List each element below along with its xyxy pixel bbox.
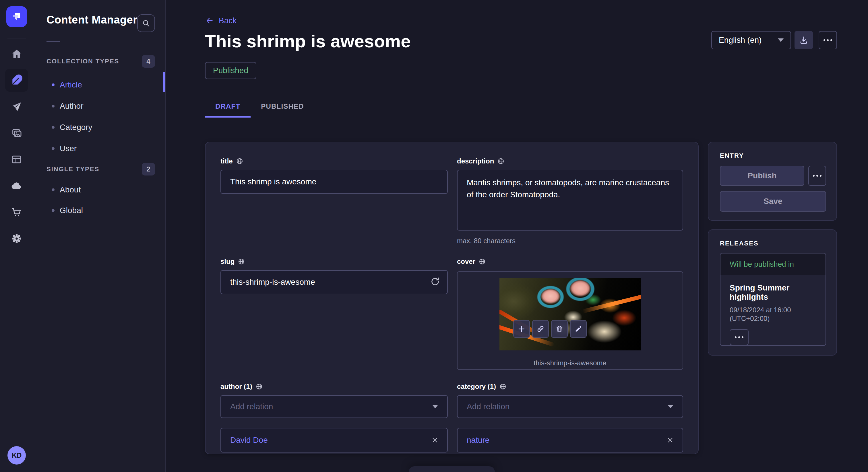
sidebar-item-user[interactable]: User — [33, 138, 165, 159]
main-content: Back This shrimp is awesome Published En… — [166, 0, 868, 472]
description-textarea[interactable]: Mantis shrimps, or stomatopods, are mari… — [457, 170, 683, 231]
sidebar-item-article[interactable]: Article — [33, 74, 165, 95]
bullet-icon — [52, 189, 55, 191]
slug-field-label: slug — [220, 258, 448, 266]
bullet-icon — [52, 147, 55, 150]
category-field-label: category (1) — [457, 382, 683, 391]
close-icon[interactable] — [432, 437, 438, 443]
home-icon — [11, 48, 22, 60]
header-controls: English (en) — [711, 31, 837, 49]
search-icon — [142, 19, 150, 28]
sidebar-item-home[interactable] — [5, 42, 28, 65]
releases-panel-title: RELEASES — [720, 240, 758, 247]
export-button[interactable] — [795, 31, 813, 49]
globe-icon — [256, 383, 262, 390]
sidebar-item-author[interactable]: Author — [33, 96, 165, 116]
nav-item-label: Author — [60, 102, 84, 111]
release-name: Spring Summer highlights — [730, 283, 816, 302]
author-relation-link[interactable]: David Doe — [230, 436, 268, 445]
sidebar-item-marketplace[interactable] — [5, 201, 28, 224]
refresh-icon — [430, 276, 440, 287]
cover-image-mantis-shrimp[interactable] — [499, 278, 641, 350]
download-icon — [799, 36, 808, 44]
regenerate-slug-button[interactable] — [430, 276, 440, 287]
header-more-button[interactable] — [818, 31, 837, 49]
globe-icon — [497, 158, 504, 165]
subnav-scrollbar-thumb[interactable] — [163, 72, 165, 92]
nav-item-label: Category — [60, 123, 92, 132]
trash-icon — [555, 325, 563, 333]
arrow-left-icon — [205, 16, 214, 25]
collection-types-header: COLLECTION TYPES 4 — [33, 55, 165, 68]
content-manager-subnav: Content Manager COLLECTION TYPES 4 Artic… — [33, 0, 166, 472]
slug-input[interactable] — [220, 270, 448, 294]
field-label-text: cover — [457, 258, 475, 266]
sidebar-item-global[interactable]: Global — [33, 200, 165, 221]
sidebar-item-releases[interactable] — [5, 95, 28, 118]
category-relation-select[interactable]: Add relation — [457, 395, 683, 418]
close-icon[interactable] — [667, 437, 673, 443]
delete-media-button[interactable] — [551, 320, 568, 338]
releases-panel: RELEASES Will be published in Spring Sum… — [708, 229, 837, 356]
sidebar-item-settings[interactable] — [5, 227, 28, 250]
page-title: This shrimp is awesome — [205, 31, 411, 51]
status-badge: Published — [205, 62, 256, 79]
author-relation-item: David Doe — [220, 428, 448, 452]
author-relation-placeholder: Add relation — [230, 402, 273, 411]
sidebar-item-content-manager[interactable] — [5, 69, 28, 92]
tab-label: DRAFT — [215, 102, 240, 110]
section-label: SINGLE TYPES — [46, 165, 99, 173]
bullet-icon — [52, 126, 55, 129]
bullet-icon — [52, 209, 55, 212]
strapi-logo[interactable] — [6, 6, 27, 27]
app-window: KD Content Manager COLLECTION TYPES 4 Ar… — [0, 0, 868, 472]
field-label-text: author (1) — [220, 382, 252, 391]
chevron-down-icon — [432, 405, 438, 408]
locale-select[interactable]: English (en) — [711, 31, 791, 49]
sidebar-item-about[interactable]: About — [33, 179, 165, 200]
chevron-down-icon — [778, 38, 784, 42]
title-input[interactable] — [220, 170, 448, 194]
link-icon — [536, 325, 545, 333]
add-media-button[interactable] — [513, 320, 530, 338]
user-avatar[interactable]: KD — [7, 446, 26, 465]
author-relation-select[interactable]: Add relation — [220, 395, 448, 418]
search-button[interactable] — [137, 14, 155, 32]
images-icon — [11, 127, 22, 139]
description-hint: max. 80 characters — [457, 237, 683, 245]
back-link[interactable]: Back — [205, 16, 237, 25]
entry-panel: ENTRY Publish Save — [708, 142, 837, 221]
sidebar-item-category[interactable]: Category — [33, 117, 165, 138]
add-component-pill[interactable] — [409, 466, 495, 472]
category-relation-link[interactable]: nature — [467, 436, 489, 445]
cover-filename: this-shrimp-is-awesome — [458, 359, 683, 367]
strapi-logo-icon — [11, 11, 22, 22]
edit-media-button[interactable] — [570, 320, 587, 338]
author-field-label: author (1) — [220, 382, 448, 391]
save-button[interactable]: Save — [720, 191, 826, 212]
sidebar-item-content-type-builder[interactable] — [5, 148, 28, 171]
single-types-count-badge: 2 — [142, 163, 155, 175]
nav-item-label: Global — [60, 206, 83, 215]
release-card: Will be published in Spring Summer highl… — [720, 253, 826, 346]
description-field-label: description — [457, 157, 683, 165]
sidebar-item-deploy[interactable] — [5, 174, 28, 197]
tab-published[interactable]: PUBLISHED — [251, 96, 314, 116]
subnav-divider — [46, 41, 60, 42]
cover-field-label: cover — [457, 258, 683, 266]
rail-divider — [7, 38, 26, 38]
entry-more-button[interactable] — [808, 166, 826, 186]
release-more-button[interactable] — [730, 329, 749, 345]
cover-field-box: this-shrimp-is-awesome — [457, 271, 683, 370]
title-field-label: title — [220, 157, 448, 165]
nav-item-label: Article — [60, 80, 82, 90]
right-panel-column: ENTRY Publish Save RELEASES Will be publ… — [708, 142, 837, 356]
gear-icon — [11, 233, 23, 245]
sidebar-item-media-library[interactable] — [5, 122, 28, 144]
plus-icon — [518, 325, 526, 333]
entry-panel-title: ENTRY — [720, 152, 744, 160]
tab-draft[interactable]: DRAFT — [205, 96, 251, 116]
copy-link-button[interactable] — [532, 320, 549, 338]
locale-select-value: English (en) — [719, 36, 762, 45]
publish-button[interactable]: Publish — [720, 166, 804, 186]
